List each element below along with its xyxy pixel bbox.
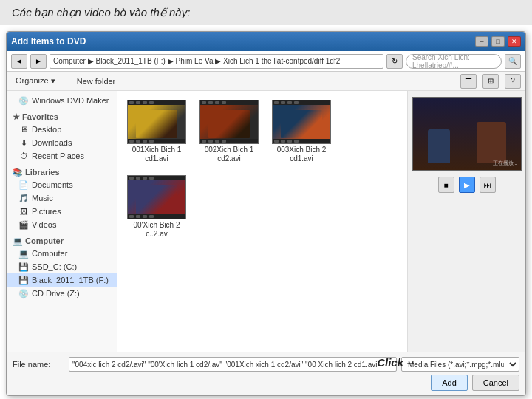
- minimize-button[interactable]: –: [475, 36, 488, 47]
- sidebar-item-pictures-label: Pictures: [32, 207, 61, 216]
- search-button[interactable]: 🔍: [505, 54, 521, 69]
- play-button[interactable]: ▶: [459, 177, 475, 193]
- file-item-003[interactable]: 003Xich Bich 2 cd1.avi: [268, 97, 335, 166]
- film-hole: [281, 140, 285, 143]
- sidebar-item-ssd[interactable]: 💾 SSD_C: (C:): [7, 260, 117, 273]
- film-strip-bottom-002: [200, 139, 258, 143]
- cd-drive-icon: 💿: [18, 288, 29, 299]
- view-grid-button[interactable]: ⊞: [482, 74, 499, 89]
- film-hole: [149, 215, 154, 218]
- film-hole: [136, 140, 140, 143]
- sidebar-item-black2011-label: Black_2011_1TB (F:): [32, 276, 109, 284]
- file-thumb-001: [127, 100, 186, 144]
- sidebar-item-recent[interactable]: ⏱ Recent Places: [7, 149, 117, 163]
- sidebar-item-desktop[interactable]: 🖥 Desktop: [7, 123, 117, 136]
- view-list-button[interactable]: ☰: [460, 74, 477, 89]
- sidebar-item-cddrive[interactable]: 💿 CD Drive (Z:): [7, 287, 117, 300]
- music-icon: 🎵: [18, 193, 29, 203]
- file-name-002: 002Xich Bich 1 cd2.avi: [199, 146, 259, 163]
- sidebar-item-computer[interactable]: 💻 Computer: [7, 247, 117, 260]
- ssd-drive-icon: 💾: [18, 262, 29, 272]
- file-item-002[interactable]: 002Xich Bich 1 cd2.avi: [196, 97, 262, 166]
- stop-button[interactable]: ■: [438, 177, 454, 193]
- add-button[interactable]: Add: [431, 375, 468, 391]
- file-item-001[interactable]: 001Xich Bich 1 cd1.avi: [123, 97, 190, 166]
- film-strip-bottom-003: [273, 139, 330, 143]
- sidebar-section-favorites: ★ Favorites 🖥 Desktop ⬇ Downloads ⏱ Rece…: [7, 110, 117, 163]
- film-hole: [149, 101, 154, 104]
- forward-button[interactable]: ►: [30, 54, 47, 69]
- main-content: 💿 Windows DVD Maker ★ Favorites 🖥 Deskto…: [7, 91, 525, 352]
- file-item-004[interactable]: 00'Xich Bich 2 c..2.av: [123, 172, 190, 242]
- help-button[interactable]: ?: [505, 74, 521, 89]
- videos-icon: 🎬: [18, 219, 29, 230]
- film-hole: [202, 140, 206, 143]
- film-hole: [136, 215, 140, 218]
- film-hole: [129, 101, 134, 104]
- downloads-icon: ⬇: [18, 137, 29, 148]
- film-hole: [208, 101, 213, 104]
- filename-label: File name:: [13, 360, 64, 369]
- sidebar-item-videos[interactable]: 🎬 Videos: [7, 218, 117, 231]
- maximize-button[interactable]: □: [491, 36, 505, 47]
- film-hole: [143, 215, 147, 218]
- filename-row: File name: Media Files (*.avi;*.mpg;*.ml…: [13, 357, 519, 372]
- sidebar-item-pictures[interactable]: 🖼 Pictures: [7, 205, 117, 218]
- close-button[interactable]: ✕: [508, 36, 521, 47]
- film-strip-bottom-004: [128, 214, 185, 219]
- sidebar-item-downloads[interactable]: ⬇ Downloads: [7, 136, 117, 149]
- sidebar: 💿 Windows DVD Maker ★ Favorites 🖥 Deskto…: [7, 91, 117, 352]
- sidebar-item-music[interactable]: 🎵 Music: [7, 191, 117, 205]
- back-button[interactable]: ◄: [11, 54, 27, 69]
- click-label: Click: [377, 356, 403, 369]
- film-strip-bottom-001: [128, 139, 185, 143]
- new-folder-button[interactable]: New folder: [72, 75, 120, 87]
- address-path[interactable]: Computer ▶ Black_2011_1TB (F:) ▶ Phim Le…: [50, 54, 383, 69]
- film-hole: [143, 177, 147, 180]
- favorites-header: ★ Favorites: [7, 110, 117, 123]
- file-thumb-003: [272, 100, 331, 144]
- dvd-icon: 💿: [18, 95, 29, 106]
- preview-image: 正在播放...: [412, 97, 522, 171]
- organize-button[interactable]: Organize ▾: [11, 75, 60, 87]
- cancel-button[interactable]: Cancel: [472, 375, 519, 391]
- sidebar-item-black2011[interactable]: 💾 Black_2011_1TB (F:): [7, 273, 117, 287]
- computer-header: 💻 Computer: [7, 234, 117, 247]
- next-frame-button[interactable]: ⏭: [480, 177, 496, 193]
- refresh-button[interactable]: ↻: [386, 54, 403, 69]
- sidebar-item-documents[interactable]: 📄 Documents: [7, 178, 117, 191]
- sidebar-item-recent-label: Recent Places: [32, 151, 84, 160]
- film-hole: [149, 140, 154, 143]
- film-hole: [274, 140, 279, 143]
- scene-subtitle: 正在播放...: [493, 160, 518, 167]
- libraries-header: 📚 Libraries: [7, 166, 117, 178]
- search-input[interactable]: Search Xich Lich: Lhellatriep/#...: [406, 54, 502, 69]
- address-bar: ◄ ► Computer ▶ Black_2011_1TB (F:) ▶ Phi…: [7, 51, 525, 72]
- click-annotation: Click →: [377, 356, 416, 369]
- filetype-select[interactable]: Media Files (*.avi;*.mpg;*.mluv: [401, 357, 519, 372]
- film-hole: [136, 101, 140, 104]
- film-hole: [281, 101, 285, 104]
- sidebar-item-dvdmaker-label: Windows DVD Maker: [32, 96, 109, 105]
- sidebar-section-libraries: 📚 Libraries 📄 Documents 🎵 Music 🖼 Pictur…: [7, 166, 117, 231]
- window-title: Add Items to DVD: [11, 36, 86, 47]
- film-hole: [294, 101, 299, 104]
- file-area: 001Xich Bich 1 cd1.avi: [117, 91, 407, 352]
- sidebar-item-dvdmaker[interactable]: 💿 Windows DVD Maker: [7, 94, 117, 107]
- bottom-bar: File name: Media Files (*.avi;*.mpg;*.ml…: [7, 352, 525, 395]
- scene-figure-left: [428, 129, 450, 163]
- film-strip-top-001: [128, 100, 185, 105]
- sidebar-item-documents-label: Documents: [32, 180, 73, 189]
- film-strip-top-003: [273, 100, 330, 105]
- scene-figure-right: [477, 122, 506, 163]
- sidebar-section-dvd: 💿 Windows DVD Maker: [7, 94, 117, 107]
- file-name-004: 00'Xich Bich 2 c..2.av: [126, 221, 187, 239]
- recent-icon: ⏱: [18, 151, 29, 161]
- film-hole: [215, 101, 219, 104]
- filename-input[interactable]: [69, 357, 397, 372]
- film-hole: [129, 177, 134, 180]
- title-bar: Add Items to DVD – □ ✕: [7, 32, 525, 51]
- file-thumb-004: [127, 175, 186, 219]
- toolbar-separator: [66, 75, 66, 87]
- film-hole: [222, 140, 226, 143]
